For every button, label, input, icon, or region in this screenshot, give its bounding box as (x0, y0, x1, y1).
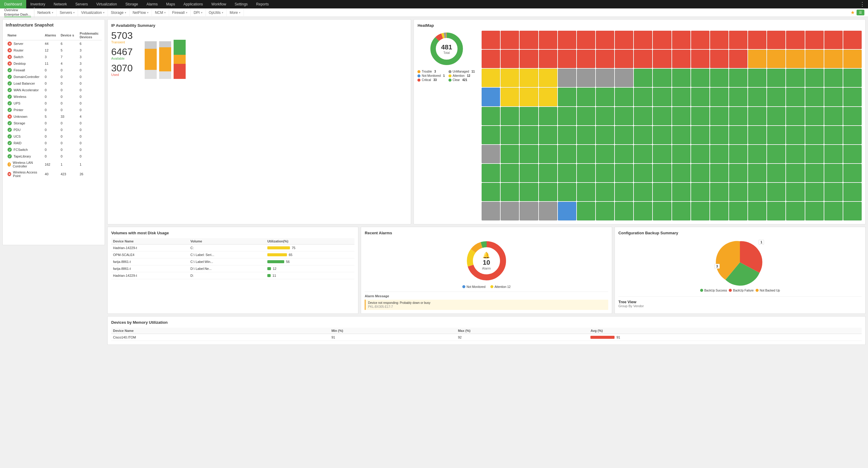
heatmap-cell[interactable] (843, 50, 862, 68)
heatmap-cell[interactable] (729, 126, 747, 144)
heatmap-cell[interactable] (615, 183, 633, 201)
heatmap-cell[interactable] (615, 202, 633, 220)
heatmap-cell[interactable] (653, 31, 671, 49)
heatmap-cell[interactable] (805, 107, 824, 125)
heatmap-cell[interactable] (634, 88, 652, 106)
infra-table-row[interactable]: ✓ FCSwitch 0 0 0 (6, 146, 101, 153)
heatmap-cell[interactable] (653, 107, 671, 125)
top-nav-more-icon[interactable]: ⋮ (857, 1, 868, 7)
heatmap-cell[interactable] (596, 88, 614, 106)
second-nav-netflow[interactable]: NetFlow▾ (130, 8, 152, 17)
heatmap-cell[interactable] (596, 69, 614, 87)
second-nav-virtualization[interactable]: Virtualization▾ (78, 8, 107, 17)
heatmap-cell[interactable] (520, 126, 538, 144)
infra-table-row[interactable]: ✓ UCS 0 0 0 (6, 133, 101, 140)
heatmap-cell[interactable] (577, 88, 595, 106)
heatmap-cell[interactable] (653, 69, 671, 87)
heatmap-cell[interactable] (482, 183, 500, 201)
heatmap-cell[interactable] (539, 69, 557, 87)
heatmap-cell[interactable] (634, 183, 652, 201)
heatmap-cell[interactable] (729, 107, 747, 125)
heatmap-cell[interactable] (615, 164, 633, 182)
heatmap-cell[interactable] (539, 126, 557, 144)
heatmap-cell[interactable] (786, 69, 804, 87)
heatmap-cell[interactable] (767, 31, 785, 49)
volume-row[interactable]: OPM-SCALE4 C:\ Label: Seri... 65 (111, 251, 354, 258)
heatmap-cell[interactable] (501, 69, 519, 87)
infra-table-row[interactable]: ✓ DomainController 0 0 0 (6, 73, 101, 80)
second-nav-oputils[interactable]: OpUtils▾ (206, 8, 227, 17)
heatmap-cell[interactable] (501, 107, 519, 125)
heatmap-cell[interactable] (843, 69, 862, 87)
heatmap-cell[interactable] (596, 107, 614, 125)
heatmap-cell[interactable] (672, 126, 690, 144)
nav-applications[interactable]: Applications (179, 0, 207, 8)
heatmap-cell[interactable] (843, 31, 862, 49)
heatmap-cell[interactable] (786, 126, 804, 144)
heatmap-cell[interactable] (482, 88, 500, 106)
heatmap-cell[interactable] (520, 183, 538, 201)
heatmap-cell[interactable] (710, 50, 728, 68)
heatmap-cell[interactable] (482, 50, 500, 68)
heatmap-cell[interactable] (539, 50, 557, 68)
heatmap-cell[interactable] (691, 145, 710, 163)
heatmap-cell[interactable] (520, 31, 538, 49)
heatmap-cell[interactable] (501, 202, 519, 220)
heatmap-cell[interactable] (767, 107, 785, 125)
heatmap-cell[interactable] (710, 31, 728, 49)
volume-row[interactable]: farija-8861-t D:\ Label:Ne... 12 (111, 265, 354, 272)
infra-table-row[interactable]: ✓ PDU 0 0 0 (6, 127, 101, 133)
heatmap-cell[interactable] (729, 31, 747, 49)
heatmap-cell[interactable] (596, 50, 614, 68)
heatmap-cell[interactable] (634, 107, 652, 125)
heatmap-cell[interactable] (691, 107, 710, 125)
heatmap-cell[interactable] (691, 202, 710, 220)
heatmap-cell[interactable] (767, 50, 785, 68)
heatmap-cell[interactable] (805, 145, 824, 163)
heatmap-cell[interactable] (843, 145, 862, 163)
heatmap-cell[interactable] (615, 50, 633, 68)
heatmap-cell[interactable] (786, 31, 804, 49)
heatmap-cell[interactable] (805, 164, 824, 182)
second-nav-storage[interactable]: Storage▾ (108, 8, 130, 17)
heatmap-cell[interactable] (615, 88, 633, 106)
second-nav-dpi[interactable]: DPI▾ (191, 8, 206, 17)
heatmap-cell[interactable] (748, 31, 767, 49)
heatmap-cell[interactable] (539, 107, 557, 125)
heatmap-cell[interactable] (539, 145, 557, 163)
heatmap-cell[interactable] (634, 50, 652, 68)
heatmap-cell[interactable] (615, 126, 633, 144)
heatmap-cell[interactable] (501, 164, 519, 182)
heatmap-cell[interactable] (558, 202, 576, 220)
heatmap-cell[interactable] (653, 183, 671, 201)
heatmap-cell[interactable] (615, 107, 633, 125)
heatmap-cell[interactable] (501, 183, 519, 201)
nav-servers[interactable]: Servers (71, 0, 92, 8)
heatmap-cell[interactable] (672, 50, 690, 68)
heatmap-cell[interactable] (539, 183, 557, 201)
infra-table-row[interactable]: ✕ Wireless Access Point 40 423 26 (6, 169, 101, 179)
heatmap-cell[interactable] (710, 164, 728, 182)
heatmap-cell[interactable] (824, 145, 843, 163)
heatmap-cell[interactable] (596, 126, 614, 144)
volume-row[interactable]: Hadrian-14229-t D: 11 (111, 272, 354, 279)
heatmap-cell[interactable] (539, 88, 557, 106)
heatmap-cell[interactable] (710, 202, 728, 220)
heatmap-cell[interactable] (577, 50, 595, 68)
heatmap-cell[interactable] (482, 145, 500, 163)
heatmap-cell[interactable] (558, 69, 576, 87)
heatmap-cell[interactable] (672, 88, 690, 106)
heatmap-cell[interactable] (653, 202, 671, 220)
heatmap-cell[interactable] (634, 126, 652, 144)
heatmap-cell[interactable] (539, 31, 557, 49)
heatmap-cell[interactable] (672, 183, 690, 201)
heatmap-cell[interactable] (596, 31, 614, 49)
heatmap-cell[interactable] (805, 126, 824, 144)
heatmap-cell[interactable] (577, 126, 595, 144)
heatmap-cell[interactable] (824, 126, 843, 144)
infra-table-row[interactable]: ✓ Wireless 0 0 0 (6, 93, 101, 100)
infra-table-row[interactable]: ! Wireless LAN Controller 162 1 1 (6, 160, 101, 169)
volume-row[interactable]: Hadrian-14229-t C: 75 (111, 244, 354, 251)
heatmap-cell[interactable] (558, 50, 576, 68)
nav-workflow[interactable]: Workflow (207, 0, 230, 8)
